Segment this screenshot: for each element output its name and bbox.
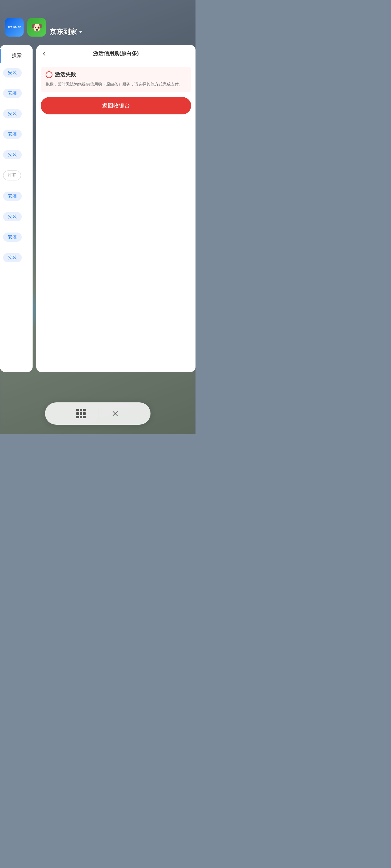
grid-cell xyxy=(80,416,82,418)
chevron-down-icon[interactable] xyxy=(79,31,83,33)
list-item: 安装 xyxy=(0,145,33,165)
grid-cell xyxy=(83,416,86,418)
error-message: 抱歉，暂时无法为您提供信用购（原白条）服务，请选择其他方式完成支付。 xyxy=(46,81,186,88)
list-item: 打开 xyxy=(0,165,33,186)
top-bar: APP SToRE 🐶 京东到家 xyxy=(0,0,196,40)
grid-cell xyxy=(76,416,79,418)
install-button-1[interactable]: 安装 xyxy=(3,68,22,78)
grid-cell xyxy=(80,409,82,411)
list-item: 安装 xyxy=(0,207,33,227)
grid-cell xyxy=(76,412,79,415)
list-item: 安装 xyxy=(0,186,33,207)
error-icon: ! xyxy=(46,71,52,78)
list-item: 安装 xyxy=(0,247,33,268)
multitask-grid-icon[interactable] xyxy=(76,409,86,418)
close-app-icon[interactable] xyxy=(111,409,119,418)
install-button-8[interactable]: 安装 xyxy=(3,232,22,242)
app-store-icon[interactable]: APP SToRE xyxy=(5,18,24,37)
install-button-6[interactable]: 安装 xyxy=(3,192,22,201)
error-header: ! 激活失败 xyxy=(46,71,186,78)
jd-title-container: 京东到家 xyxy=(50,27,83,37)
left-sidebar-panel: 搜索 安装 安装 安装 安装 安装 打开 安装 安装 安装 安装 xyxy=(0,45,33,372)
dock-divider xyxy=(98,409,99,418)
list-item: 安装 xyxy=(0,83,33,103)
list-item: 安装 xyxy=(0,103,33,124)
install-button-5[interactable]: 安装 xyxy=(3,150,22,159)
list-item: 安装 xyxy=(0,227,33,247)
app-store-icon-label: APP SToRE xyxy=(7,26,21,29)
back-chevron-icon xyxy=(43,51,47,56)
grid-cell xyxy=(83,412,86,415)
return-btn-container: 返回收银台 xyxy=(36,92,196,114)
nav-title: 激活信用购(原白条) xyxy=(93,50,139,57)
install-button-7[interactable]: 安装 xyxy=(3,212,22,221)
grid-cell xyxy=(80,412,82,415)
nav-bar: 激活信用购(原白条) xyxy=(36,45,196,62)
open-button-1[interactable]: 打开 xyxy=(3,170,21,180)
search-tab-label: 搜索 xyxy=(12,52,22,59)
install-button-3[interactable]: 安装 xyxy=(3,109,22,118)
right-main-panel: 激活信用购(原白条) ! 激活失败 抱歉，暂时无法为您提供信用购（原白条）服务，… xyxy=(36,45,196,372)
search-tab[interactable]: 搜索 xyxy=(0,49,33,63)
bottom-dock xyxy=(45,402,150,425)
jd-app-icon[interactable]: 🐶 xyxy=(27,18,46,37)
return-to-cashier-button[interactable]: 返回收银台 xyxy=(40,97,191,114)
grid-cell xyxy=(83,409,86,411)
list-item: 安装 xyxy=(0,63,33,83)
jd-app-name: 京东到家 xyxy=(50,27,77,37)
list-item: 安装 xyxy=(0,124,33,145)
panels-container: 搜索 安装 安装 安装 安装 安装 打开 安装 安装 安装 安装 xyxy=(0,45,196,372)
install-button-4[interactable]: 安装 xyxy=(3,130,22,139)
install-button-9[interactable]: 安装 xyxy=(3,253,22,262)
back-button[interactable] xyxy=(41,50,49,57)
grid-cell xyxy=(76,409,79,411)
error-title: 激活失败 xyxy=(55,71,76,78)
error-section: ! 激活失败 抱歉，暂时无法为您提供信用购（原白条）服务，请选择其他方式完成支付… xyxy=(40,67,191,92)
install-button-2[interactable]: 安装 xyxy=(3,89,22,98)
jd-icon-emoji: 🐶 xyxy=(31,22,43,33)
